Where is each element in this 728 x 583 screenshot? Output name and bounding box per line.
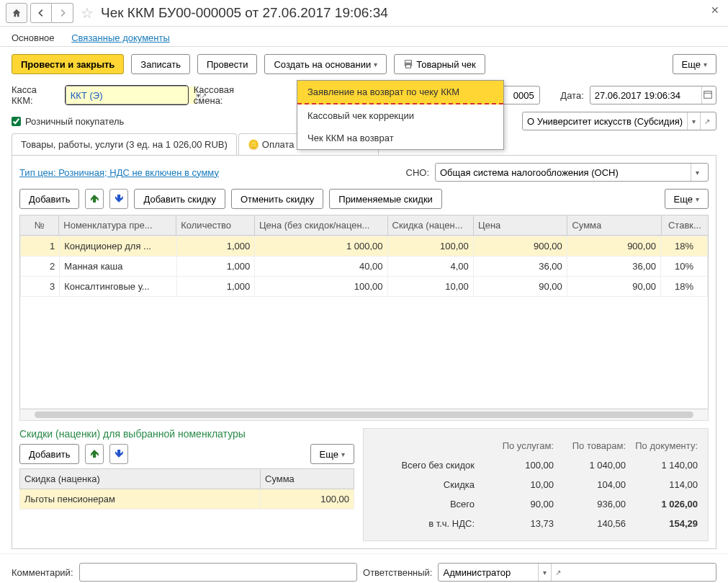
goods-grid-body[interactable]: 1Кондиционер для ...1,0001 000,00100,009… bbox=[19, 235, 709, 409]
table-row[interactable]: 2Манная каша1,00040,004,0036,0036,0010% bbox=[21, 257, 708, 277]
org-input[interactable] bbox=[523, 112, 687, 130]
totals-r2-g: 104,00 bbox=[554, 479, 626, 490]
coin-icon: 🪙 bbox=[248, 139, 259, 150]
org-open-btn[interactable]: ↗ bbox=[700, 112, 713, 130]
date-field[interactable] bbox=[590, 86, 716, 104]
cell-rate: 10% bbox=[660, 257, 707, 277]
shift-label: Кассовая смена: bbox=[194, 84, 264, 106]
page-title: Чек ККМ БУ00-000005 от 27.06.2017 19:06:… bbox=[101, 5, 388, 21]
goods-more-button[interactable]: Еще bbox=[665, 189, 709, 209]
toolbar-more-button[interactable]: Еще bbox=[673, 54, 716, 74]
move-down-button[interactable]: 🡻 bbox=[109, 189, 128, 209]
cell-pnd: 1 000,00 bbox=[255, 236, 387, 257]
sno-input[interactable] bbox=[436, 164, 691, 181]
retail-buyer-label: Розничный покупатель bbox=[25, 116, 124, 127]
create-based-on-button[interactable]: Создать на основании bbox=[264, 54, 387, 74]
kassa-input[interactable] bbox=[66, 86, 196, 104]
discounts-table[interactable]: Скидка (наценка) Сумма Льготы пенсионера… bbox=[19, 468, 354, 509]
close-button[interactable]: ✕ bbox=[711, 4, 719, 16]
discounts-row-sum: 100,00 bbox=[261, 489, 354, 509]
discounts-move-down[interactable]: 🡻 bbox=[109, 444, 128, 464]
totals-r1-d: 1 140,00 bbox=[626, 460, 698, 471]
cell-rate: 18% bbox=[660, 277, 707, 297]
cell-n: 1 bbox=[21, 236, 60, 257]
home-icon bbox=[12, 8, 22, 18]
arrow-right-icon bbox=[58, 8, 68, 18]
col-n[interactable]: № bbox=[20, 215, 59, 236]
back-button[interactable] bbox=[30, 3, 52, 23]
kassa-label: Касса ККМ: bbox=[12, 84, 60, 106]
kassa-field[interactable]: ▾ ↗ bbox=[66, 86, 188, 104]
cell-nom: Консалтинговые у... bbox=[60, 277, 177, 297]
move-up-button[interactable]: 🡹 bbox=[85, 189, 104, 209]
cell-rate: 18% bbox=[660, 236, 707, 257]
cell-sum: 90,00 bbox=[567, 277, 660, 297]
create-based-on-menu: Заявление на возврат по чеку ККМ Кассовы… bbox=[297, 80, 504, 150]
cell-n: 2 bbox=[21, 257, 60, 277]
menu-item-refund-statement[interactable]: Заявление на возврат по чеку ККМ bbox=[297, 81, 503, 104]
col-price-nodiscount[interactable]: Цена (без скидок/нацен... bbox=[254, 215, 387, 236]
save-button[interactable]: Записать bbox=[131, 54, 190, 74]
org-field[interactable]: ▾ ↗ bbox=[522, 112, 716, 130]
col-nomenclature[interactable]: Номенклатура пре... bbox=[59, 215, 176, 236]
totals-h-services: По услугам: bbox=[482, 440, 554, 451]
subnav-main[interactable]: Основное bbox=[12, 32, 55, 48]
add-discount-button[interactable]: Добавить скидку bbox=[134, 189, 225, 209]
col-discount[interactable]: Скидка (нацен... bbox=[387, 215, 474, 236]
responsible-input[interactable] bbox=[439, 564, 538, 581]
responsible-field[interactable]: ▾ ↗ bbox=[438, 563, 716, 582]
discounts-more-button[interactable]: Еще bbox=[310, 444, 354, 464]
home-button[interactable] bbox=[6, 3, 27, 23]
totals-h-goods: По товарам: bbox=[554, 440, 626, 451]
calendar-icon bbox=[703, 89, 713, 99]
svg-rect-0 bbox=[405, 61, 412, 63]
price-type-link[interactable]: Тип цен: Розничная; НДС не включен в сум… bbox=[19, 167, 219, 178]
calendar-btn[interactable] bbox=[701, 86, 714, 104]
menu-item-refund-check[interactable]: Чек ККМ на возврат bbox=[297, 127, 503, 149]
col-rate[interactable]: Ставк... bbox=[661, 215, 708, 236]
table-row[interactable]: 1Кондиционер для ...1,0001 000,00100,009… bbox=[21, 236, 708, 257]
cell-qty: 1,000 bbox=[176, 236, 254, 257]
cell-nom: Манная каша bbox=[60, 257, 177, 277]
totals-r4-label: в т.ч. НДС: bbox=[374, 518, 482, 529]
discounts-col-sum[interactable]: Сумма bbox=[261, 469, 354, 489]
org-dropdown-btn[interactable]: ▾ bbox=[687, 112, 700, 130]
comment-field[interactable] bbox=[79, 563, 358, 582]
comment-input[interactable] bbox=[80, 564, 357, 581]
subnav-related[interactable]: Связанные документы bbox=[71, 32, 170, 48]
cell-sum: 36,00 bbox=[567, 257, 660, 277]
retail-buyer-checkbox[interactable] bbox=[12, 117, 21, 126]
table-row[interactable]: 3Консалтинговые у...1,000100,0010,0090,0… bbox=[21, 277, 708, 297]
sno-field[interactable]: ▾ bbox=[435, 163, 709, 182]
applied-discounts-button[interactable]: Применяемые скидки bbox=[329, 189, 442, 209]
col-qty[interactable]: Количество bbox=[176, 215, 255, 236]
responsible-dropdown-btn[interactable]: ▾ bbox=[538, 564, 551, 581]
col-sum[interactable]: Сумма bbox=[567, 215, 661, 236]
discounts-add-button[interactable]: Добавить bbox=[19, 444, 79, 464]
totals-r3-label: Всего bbox=[374, 499, 482, 509]
sno-dropdown-btn[interactable]: ▾ bbox=[691, 164, 704, 181]
goods-table: № Номенклатура пре... Количество Цена (б… bbox=[19, 215, 709, 236]
discounts-row[interactable]: Льготы пенсионерам 100,00 bbox=[20, 489, 354, 509]
comment-label: Комментарий: bbox=[12, 567, 73, 578]
tab-goods[interactable]: Товары, работы, услуги (3 ед. на 1 026,0… bbox=[12, 133, 237, 155]
date-input[interactable] bbox=[590, 86, 701, 104]
svg-rect-3 bbox=[704, 92, 712, 99]
discounts-move-up[interactable]: 🡹 bbox=[85, 444, 104, 464]
goods-receipt-button[interactable]: Товарный чек bbox=[394, 54, 485, 74]
post-and-close-button[interactable]: Провести и закрыть bbox=[12, 54, 124, 74]
forward-button[interactable] bbox=[52, 3, 73, 23]
horizontal-scrollbar[interactable] bbox=[19, 409, 709, 421]
menu-item-correction-check[interactable]: Кассовый чек коррекции bbox=[297, 104, 503, 127]
favorite-icon[interactable]: ☆ bbox=[81, 4, 94, 22]
tab-goods-label: Товары, работы, услуги (3 ед. на 1 026,0… bbox=[21, 139, 228, 150]
cancel-discount-button[interactable]: Отменить скидку bbox=[231, 189, 323, 209]
cell-disc: 100,00 bbox=[387, 236, 473, 257]
col-price[interactable]: Цена bbox=[474, 215, 567, 236]
discounts-col-name[interactable]: Скидка (наценка) bbox=[20, 469, 261, 489]
goods-add-button[interactable]: Добавить bbox=[19, 189, 79, 209]
responsible-open-btn[interactable]: ↗ bbox=[551, 564, 564, 581]
post-button[interactable]: Провести bbox=[197, 54, 258, 74]
cell-qty: 1,000 bbox=[176, 277, 254, 297]
cell-sum: 900,00 bbox=[567, 236, 660, 257]
